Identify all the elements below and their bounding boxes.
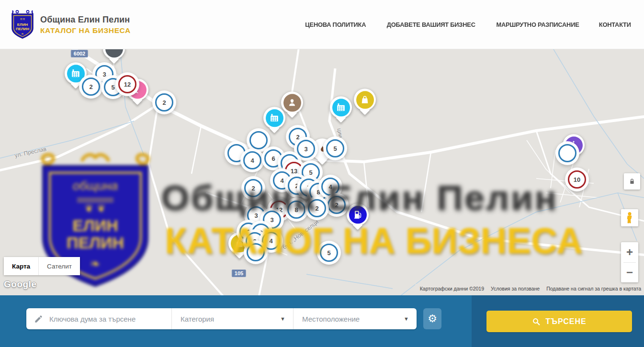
- main-nav: ЦЕНОВА ПОЛИТИКА ДОБАВЕТЕ ВАШИЯТ БИЗНЕС М…: [304, 0, 632, 49]
- nav-transport-schedule[interactable]: МАРШРУТНО РАЗПИСАНИЕ: [497, 21, 579, 28]
- attribution-report-link[interactable]: Подаване на сигнал за грешка в картата: [546, 286, 641, 291]
- site-subtitle: КАТАЛОГ НА БИЗНЕСА: [40, 26, 131, 35]
- map-canvas[interactable]: 6002105ул. Преславбул. „Новоселциции3251…: [0, 49, 644, 295]
- bag-icon: [356, 91, 374, 109]
- map-attribution: Картографски данни ©2019 Условия за полз…: [415, 284, 644, 293]
- zoom-out-button[interactable]: −: [621, 262, 638, 282]
- map-lock-control[interactable]: [624, 173, 640, 190]
- map-type-control: Карта Сателит: [4, 257, 80, 275]
- cluster-marker[interactable]: 4: [262, 232, 280, 250]
- road-number-badge: 6002: [71, 50, 88, 57]
- cluster-marker[interactable]: 10: [568, 170, 586, 189]
- cluster-marker[interactable]: 4: [243, 151, 261, 169]
- cluster-marker[interactable]: 2: [82, 78, 100, 96]
- header: ≋≋ ЕЛИН ПЕЛИН ❧ Община Елин Пелин КАТАЛО…: [0, 0, 644, 49]
- nav-contacts[interactable]: КОНТАКТИ: [599, 21, 631, 28]
- nav-pricing[interactable]: ЦЕНОВА ПОЛИТИКА: [305, 21, 366, 28]
- cluster-marker[interactable]: [558, 144, 576, 162]
- pencil-icon: [34, 314, 43, 324]
- pin-marker-bag[interactable]: [354, 89, 376, 111]
- zoom-control: + −: [621, 242, 638, 282]
- location-select[interactable]: Местоположение ▼: [293, 308, 417, 329]
- category-select[interactable]: Категория ▼: [171, 308, 293, 329]
- svg-text:≋≋: ≋≋: [20, 17, 25, 21]
- pegman-icon: [624, 212, 635, 224]
- cluster-marker[interactable]: 5: [320, 244, 338, 262]
- pin-marker-factory[interactable]: [263, 107, 285, 129]
- search-button[interactable]: ТЪРСЕНЕ: [486, 311, 632, 332]
- site-logo[interactable]: ≋≋ ЕЛИН ПЕЛИН ❧ Община Елин Пелин КАТАЛО…: [11, 10, 131, 39]
- location-select-label: Местоположение: [302, 315, 360, 323]
- factory-icon: [266, 109, 283, 127]
- cluster-marker[interactable]: 5: [326, 139, 344, 157]
- zoom-in-button[interactable]: +: [621, 242, 638, 262]
- category-select-label: Категория: [181, 315, 214, 323]
- cluster-marker[interactable]: 2: [328, 196, 346, 214]
- street-view-pegman[interactable]: [621, 209, 638, 226]
- worker-icon: [283, 94, 301, 112]
- gear-icon: ⚙: [428, 313, 437, 324]
- pin-marker-factory[interactable]: [330, 96, 352, 118]
- attribution-terms-link[interactable]: Условия за ползване: [491, 286, 540, 291]
- svg-text:❧: ❧: [21, 32, 24, 36]
- chevron-down-icon: ▼: [280, 316, 285, 322]
- search-icon: [532, 317, 541, 326]
- advanced-search-button[interactable]: ⚙: [423, 308, 441, 329]
- cluster-marker[interactable]: 8: [287, 201, 305, 219]
- factory-icon: [67, 65, 85, 82]
- page: ≋≋ ЕЛИН ПЕЛИН ❧ Община Елин Пелин КАТАЛО…: [0, 0, 644, 347]
- pin-marker-fuel[interactable]: [347, 203, 369, 225]
- keyword-field[interactable]: [26, 308, 171, 329]
- cluster-marker[interactable]: 6: [264, 149, 282, 168]
- factory-icon: [332, 99, 350, 116]
- cluster-marker[interactable]: 4: [321, 178, 339, 196]
- search-bar: Категория ▼ Местоположение ▼ ⚙ ТЪРСЕНЕ: [0, 295, 644, 347]
- map-type-map-button[interactable]: Карта: [4, 257, 38, 275]
- google-logo[interactable]: Google: [4, 279, 36, 290]
- cluster-marker[interactable]: 2: [308, 199, 326, 217]
- nav-add-business[interactable]: ДОБАВЕТЕ ВАШИЯТ БИЗНЕС: [387, 21, 475, 28]
- svg-text:ПЕЛИН: ПЕЛИН: [16, 27, 29, 31]
- cluster-marker[interactable]: [249, 131, 268, 149]
- cluster-marker[interactable]: 2: [155, 93, 173, 112]
- fuel-icon: [349, 206, 367, 224]
- road-number-badge: 105: [232, 269, 246, 277]
- cluster-marker[interactable]: 12: [118, 75, 136, 93]
- lock-icon: [628, 178, 636, 185]
- cluster-marker[interactable]: 2: [244, 179, 262, 197]
- svg-text:ЕЛИН: ЕЛИН: [17, 22, 28, 27]
- search-fields: Категория ▼ Местоположение ▼: [26, 308, 417, 329]
- cluster-marker[interactable]: [247, 243, 265, 261]
- cluster-marker[interactable]: 3: [297, 140, 315, 158]
- search-button-label: ТЪРСЕНЕ: [545, 317, 586, 326]
- attribution-data: Картографски данни ©2019: [420, 286, 484, 291]
- cluster-marker[interactable]: 3: [247, 206, 265, 224]
- site-title: Община Елин Пелин: [40, 15, 131, 25]
- dot-icon: [105, 49, 123, 57]
- pin-marker-worker[interactable]: [281, 91, 303, 113]
- chevron-down-icon: ▼: [404, 316, 409, 322]
- municipality-shield-icon: ≋≋ ЕЛИН ПЕЛИН ❧: [11, 10, 34, 39]
- map-type-satellite-button[interactable]: Сателит: [38, 257, 80, 275]
- keyword-input[interactable]: [49, 315, 171, 323]
